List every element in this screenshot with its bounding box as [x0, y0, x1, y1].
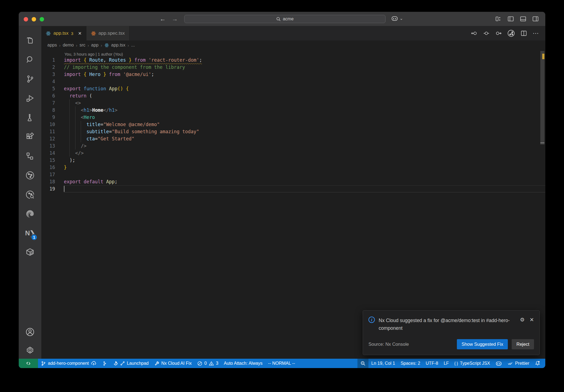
line-number[interactable]: 12: [41, 135, 64, 142]
code-line[interactable]: 11 subtitle="Build something amazing tod…: [41, 128, 545, 135]
breadcrumb-item[interactable]: ...: [131, 43, 135, 48]
search-icon[interactable]: [20, 50, 40, 69]
git-branch-item[interactable]: add-hero-component: [38, 359, 99, 368]
code-line[interactable]: 19: [41, 185, 545, 192]
command-center-search[interactable]: acme: [184, 15, 386, 23]
line-number[interactable]: 4: [41, 78, 64, 85]
run-debug-icon[interactable]: [20, 89, 40, 108]
line-content[interactable]: import { Route, Routes } from 'react-rou…: [64, 56, 545, 64]
code-line[interactable]: 13 />: [41, 142, 545, 149]
graph-circle-icon[interactable]: [20, 166, 40, 185]
line-content[interactable]: // importing the component from the libr…: [64, 64, 545, 71]
line-content[interactable]: }: [64, 164, 545, 171]
line-number[interactable]: 7: [41, 99, 64, 107]
zoom-indicator-item[interactable]: [357, 359, 368, 368]
launchpad-item[interactable]: Launchpad: [110, 359, 151, 368]
code-line[interactable]: 2// importing the component from the lib…: [41, 64, 545, 71]
chevron-down-icon[interactable]: ⌄: [400, 16, 403, 21]
code-editor[interactable]: 1import { Route, Routes } from 'react-ro…: [41, 56, 545, 192]
code-line[interactable]: 15 );: [41, 157, 545, 164]
line-content[interactable]: </>: [64, 149, 545, 157]
notifications-bell-item[interactable]: [532, 359, 543, 368]
problems-item[interactable]: 0 3: [194, 359, 221, 368]
next-change-icon[interactable]: [495, 30, 502, 37]
graph-search-icon[interactable]: [20, 185, 40, 204]
code-line[interactable]: 17: [41, 171, 545, 178]
tab-app-tsx[interactable]: app.tsx 3 ✕: [41, 26, 86, 40]
line-number[interactable]: 19: [41, 185, 64, 192]
line-content[interactable]: export default App;: [64, 178, 545, 185]
notification-close-icon[interactable]: ✕: [530, 317, 534, 323]
line-content[interactable]: cta="Get Started": [64, 135, 545, 142]
codelens-blame[interactable]: You, 3 hours ago | 1 author (You): [41, 50, 545, 56]
line-number[interactable]: 9: [41, 114, 64, 121]
copilot-status-item[interactable]: [493, 359, 505, 368]
line-content[interactable]: />: [64, 142, 545, 149]
line-number[interactable]: 10: [41, 121, 64, 128]
line-number[interactable]: 11: [41, 128, 64, 135]
toggle-panel-icon[interactable]: [520, 16, 526, 22]
line-content[interactable]: title="Welcmoe @acme/demo": [64, 121, 545, 128]
line-number[interactable]: 1: [41, 56, 64, 64]
reject-button[interactable]: Reject: [512, 339, 534, 349]
code-line[interactable]: 7 <>: [41, 99, 545, 107]
code-line[interactable]: 18export default App;: [41, 178, 545, 185]
vim-mode-item[interactable]: -- NORMAL --: [265, 359, 298, 368]
copilot-icon[interactable]: [391, 15, 398, 21]
line-number[interactable]: 13: [41, 142, 64, 149]
encoding-item[interactable]: UTF-8: [423, 359, 441, 368]
testing-icon[interactable]: [20, 108, 40, 127]
breadcrumb-item[interactable]: demo: [63, 43, 74, 48]
code-line[interactable]: 3import { Hero } from '@acme/ui';: [41, 71, 545, 78]
minimize-window-button[interactable]: [32, 17, 36, 21]
more-actions-icon[interactable]: ⋯: [533, 30, 539, 37]
open-change-icon[interactable]: [483, 30, 490, 37]
extensions-icon[interactable]: [20, 127, 40, 146]
zoom-window-button[interactable]: [40, 17, 44, 21]
breadcrumb-item[interactable]: app.tsx: [111, 43, 126, 48]
formatter-item[interactable]: Prettier: [505, 359, 532, 368]
edge-browser-icon[interactable]: [20, 204, 40, 224]
language-mode-item[interactable]: { } TypeScript JSX: [452, 359, 493, 368]
auto-attach-item[interactable]: Auto Attach: Always: [221, 359, 265, 368]
account-icon[interactable]: [20, 322, 40, 342]
scrollbar-thumb[interactable]: [540, 51, 544, 145]
line-number[interactable]: 6: [41, 92, 64, 99]
line-number[interactable]: 16: [41, 164, 64, 171]
git-graph-item[interactable]: [99, 359, 110, 368]
code-line[interactable]: 14 </>: [41, 149, 545, 157]
code-line[interactable]: 12 cta="Get Started": [41, 135, 545, 142]
project-hierarchy-icon[interactable]: [20, 146, 40, 166]
cursor-position-item[interactable]: Ln 19, Col 1: [368, 359, 398, 368]
breadcrumb-item[interactable]: src: [80, 43, 85, 48]
line-number[interactable]: 17: [41, 171, 64, 178]
settings-gear-icon[interactable]: [20, 342, 40, 359]
eol-item[interactable]: LF: [441, 359, 452, 368]
code-line[interactable]: 6 return (: [41, 92, 545, 99]
split-editor-icon[interactable]: [520, 30, 527, 37]
nx-cloud-fix-item[interactable]: Nx Cloud AI Fix: [151, 359, 194, 368]
nx-graph-circle-icon[interactable]: [507, 29, 515, 37]
line-content[interactable]: [64, 78, 545, 85]
code-line[interactable]: 9 <Hero: [41, 114, 545, 121]
nx-console-icon[interactable]: N❯1: [20, 224, 40, 243]
breadcrumb-item[interactable]: apps: [47, 43, 57, 48]
code-line[interactable]: 10 title="Welcmoe @acme/demo": [41, 121, 545, 128]
code-line[interactable]: 1import { Route, Routes } from 'react-ro…: [41, 56, 545, 64]
line-content[interactable]: );: [64, 157, 545, 164]
explorer-icon[interactable]: [20, 31, 40, 50]
code-line[interactable]: 5export function App() {: [41, 85, 545, 92]
cube-icon[interactable]: [20, 243, 40, 262]
toggle-secondary-sidebar-icon[interactable]: [532, 16, 539, 22]
show-suggested-fix-button[interactable]: Show Suggested Fix: [457, 339, 508, 349]
navigate-forward-icon[interactable]: →: [172, 15, 178, 23]
line-content[interactable]: return (: [64, 92, 545, 99]
line-number[interactable]: 15: [41, 157, 64, 164]
line-number[interactable]: 3: [41, 71, 64, 78]
line-content[interactable]: <h1>Home</h1>: [64, 107, 545, 114]
line-number[interactable]: 14: [41, 149, 64, 157]
previous-change-icon[interactable]: [471, 30, 478, 37]
line-number[interactable]: 8: [41, 107, 64, 114]
line-number[interactable]: 18: [41, 178, 64, 185]
close-window-button[interactable]: [24, 17, 28, 21]
